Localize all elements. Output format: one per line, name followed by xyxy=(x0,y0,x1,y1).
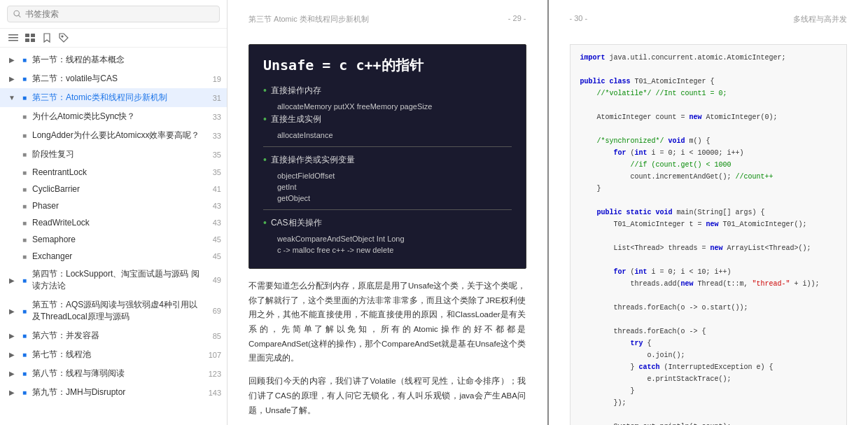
search-input[interactable] xyxy=(25,9,214,19)
toc-item-ch3[interactable]: ▼ ■ 第三节：Atomic类和线程同步新机制 31 xyxy=(0,88,227,107)
toc-item-ch4[interactable]: ▶ ■ 第四节：LockSupport、淘宝面试题与源码 阅读方法论 49 xyxy=(0,265,227,295)
left-para-2: 回顾我们今天的内容，我们讲了Volatile（线程可见性，让命令排序）；我们讲了… xyxy=(248,374,526,417)
sub-icon-ch3-1: ■ xyxy=(20,112,29,122)
section-icon-ch7: ■ xyxy=(20,350,29,360)
bullet-3-text: 直接操作类或实例变量 xyxy=(271,154,355,166)
sub-icon-ch3-8: ■ xyxy=(20,235,29,244)
toc-page-ch3-5: 41 xyxy=(204,185,221,193)
toc-item-ch3-1[interactable]: ■ 为什么Atomic类比Sync快？ 33 xyxy=(0,107,227,126)
toc-page-ch3-1: 33 xyxy=(204,113,221,121)
toc-page-ch7: 107 xyxy=(204,351,221,359)
svg-rect-4 xyxy=(8,40,18,41)
bullet-4: CAS相关操作 xyxy=(263,217,512,229)
search-input-wrapper[interactable] xyxy=(7,6,220,22)
toc-label-ch5: 第五节：AQS源码阅读与强软弱虚4种引用以 及ThreadLocal原理与源码 xyxy=(32,299,204,323)
bullet-4-text: CAS相关操作 xyxy=(271,217,322,229)
toc-label-ch3-4: ReentrantLock xyxy=(32,167,204,177)
search-icon xyxy=(13,10,21,18)
left-page: 第三节 Atomic 类和线程同步新机制 - 29 - Unsafe = c c… xyxy=(227,0,547,425)
toc-item-ch6[interactable]: ▶ ■ 第六节：并发容器 85 xyxy=(0,326,227,345)
bullet-3-sub-3: getObject xyxy=(277,194,512,202)
toc-label-ch9: 第九节：JMH与Disruptor xyxy=(32,386,204,398)
toc-item-ch3-2[interactable]: ■ LongAdder为什么要比Atomicxx效率要高呢？ 33 xyxy=(0,126,227,145)
toc-label-ch3-3: 阶段性复习 xyxy=(32,148,204,160)
right-page: - 30 - 多线程与高并发 import java.util.concurre… xyxy=(549,0,869,425)
toc-page-ch3-8: 45 xyxy=(204,235,221,244)
toc-label-ch4: 第四节：LockSupport、淘宝面试题与源码 阅读方法论 xyxy=(32,268,204,292)
toc-label-ch3: 第三节：Atomic类和线程同步新机制 xyxy=(32,92,204,104)
sub-icon-ch3-6: ■ xyxy=(20,201,29,211)
svg-rect-7 xyxy=(25,39,29,42)
right-page-num: - 30 - xyxy=(570,14,588,25)
svg-point-0 xyxy=(14,11,20,16)
bullet-2-sub: allocateInstance xyxy=(277,131,512,139)
sub-icon-ch3-3: ■ xyxy=(20,150,29,160)
sub-icon-ch3-4: ■ xyxy=(20,167,29,177)
toc-page-ch3: 31 xyxy=(204,94,221,102)
sub-icon-ch3-5: ■ xyxy=(20,184,29,194)
section-icon-ch8: ■ xyxy=(20,369,29,379)
toc-item-ch8[interactable]: ▶ ■ 第八节：线程与薄弱阅读 123 xyxy=(0,364,227,383)
toc-item-ch3-6[interactable]: ■ Phaser 43 xyxy=(0,197,227,214)
toc-item-ch9[interactable]: ▶ ■ 第九节：JMH与Disruptor 143 xyxy=(0,383,227,402)
toc-item-ch3-3[interactable]: ■ 阶段性复习 35 xyxy=(0,145,227,164)
toc-page-ch3-7: 43 xyxy=(204,218,221,227)
toc-page-ch8: 123 xyxy=(204,370,221,378)
list-icon[interactable] xyxy=(7,32,20,44)
list2-icon[interactable] xyxy=(24,32,36,44)
toc-label-ch3-5: CyclicBarrier xyxy=(32,184,204,194)
expand-icon-ch4: ▶ xyxy=(7,275,17,285)
svg-rect-8 xyxy=(31,39,35,42)
toolbar xyxy=(0,29,227,48)
toc-label-ch1: 第一节：线程的基本概念 xyxy=(32,54,204,66)
bookmark-icon[interactable] xyxy=(41,32,53,44)
toc-label-ch6: 第六节：并发容器 xyxy=(32,330,204,342)
toc-item-ch7[interactable]: ▶ ■ 第七节：线程池 107 xyxy=(0,345,227,364)
svg-rect-5 xyxy=(25,34,29,37)
toc-label-ch3-7: ReadWriteLock xyxy=(32,218,204,228)
expand-icon-ch3: ▼ xyxy=(7,93,17,103)
left-para-1: 不需要知道怎么分配到内存，原底层是用了Unsafe这个类，关于这个类呢，你了解就… xyxy=(248,279,526,365)
right-page-title: 多线程与高并发 xyxy=(793,14,847,25)
expand-icon-ch1: ▶ xyxy=(7,55,17,65)
bullet-4-sub-1: weakCompareAndSetObject Int Long xyxy=(277,235,512,243)
toc-page-ch6: 85 xyxy=(204,332,221,340)
toc-item-ch3-9[interactable]: ■ Exchanger 45 xyxy=(0,248,227,265)
toc-label-ch3-2: LongAdder为什么要比Atomicxx效率要高呢？ xyxy=(32,130,204,141)
toc-label-ch3-1: 为什么Atomic类比Sync快？ xyxy=(32,111,204,123)
toc-page-ch2: 19 xyxy=(204,75,221,83)
toc-label-ch3-6: Phaser xyxy=(32,201,204,211)
section-icon-ch5: ■ xyxy=(20,306,29,316)
toc-page-ch3-4: 35 xyxy=(204,168,221,176)
toc-item-ch3-4[interactable]: ■ ReentrantLock 35 xyxy=(0,164,227,181)
bullet-2: 直接生成实例 xyxy=(263,113,512,125)
toc-item-ch1[interactable]: ▶ ■ 第一节：线程的基本概念 xyxy=(0,50,227,69)
expand-icon-ch6: ▶ xyxy=(7,331,17,341)
toc-item-ch5[interactable]: ▶ ■ 第五节：AQS源码阅读与强软弱虚4种引用以 及ThreadLocal原理… xyxy=(0,295,227,326)
toc-page-ch9: 143 xyxy=(204,389,221,397)
sub-icon-ch3-2: ■ xyxy=(20,131,29,141)
bullet-1: 直接操作内存 xyxy=(263,85,512,97)
bullet-3: 直接操作类或实例变量 xyxy=(263,154,512,166)
toc-item-ch2[interactable]: ▶ ■ 第二节：volatile与CAS 19 xyxy=(0,69,227,88)
svg-line-1 xyxy=(19,15,21,18)
bullet-3-sub-1: objectFieldOffset xyxy=(277,172,512,180)
toc-page-ch3-9: 45 xyxy=(204,252,221,260)
bullet-2-text: 直接生成实例 xyxy=(271,113,321,125)
bullet-3-sub-2: getInt xyxy=(277,183,512,191)
sidebar: ▶ ■ 第一节：线程的基本概念 ▶ ■ 第二节：volatile与CAS 19 … xyxy=(0,0,227,425)
page-image: Unsafe = c c++的指针 直接操作内存 allocateMemory … xyxy=(248,44,526,269)
left-page-num: - 29 - xyxy=(508,14,526,25)
toc-page-ch4: 49 xyxy=(204,276,221,284)
left-page-header: 第三节 Atomic 类和线程同步新机制 xyxy=(248,14,369,25)
toc-page-ch3-2: 33 xyxy=(204,132,221,140)
expand-icon-ch5: ▶ xyxy=(7,306,17,316)
tag-icon[interactable] xyxy=(57,32,70,44)
toc-item-ch3-7[interactable]: ■ ReadWriteLock 43 xyxy=(0,214,227,231)
expand-icon-ch2: ▶ xyxy=(7,74,17,84)
toc-list: ▶ ■ 第一节：线程的基本概念 ▶ ■ 第二节：volatile与CAS 19 … xyxy=(0,48,227,425)
toc-item-ch3-8[interactable]: ■ Semaphore 45 xyxy=(0,231,227,248)
toc-item-ch3-5[interactable]: ■ CyclicBarrier 41 xyxy=(0,181,227,197)
expand-icon-ch9: ▶ xyxy=(7,388,17,398)
toc-page-ch3-6: 43 xyxy=(204,202,221,210)
